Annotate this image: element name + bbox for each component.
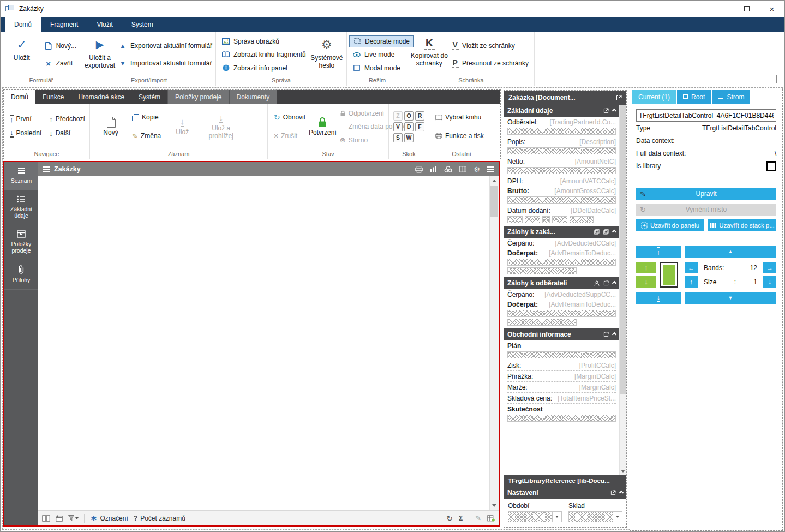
copy-record-button[interactable]: Kopie: [129, 111, 164, 124]
new-button[interactable]: Nový...: [41, 40, 80, 52]
export-form-button[interactable]: ▲ Exportovat aktuální formulář: [115, 40, 215, 52]
section-header-obchodni[interactable]: Obchodní informace: [504, 328, 619, 340]
edit-button[interactable]: ✎ Upravit: [636, 188, 776, 200]
tab-system[interactable]: Systém: [122, 17, 163, 32]
field-input-plan[interactable]: [507, 351, 616, 358]
tab-vlozit[interactable]: Vložit: [87, 17, 122, 32]
tab-fragment[interactable]: Fragment: [41, 17, 87, 32]
section-header-zalohy-odberateli[interactable]: Zálohy k odběrateli: [504, 277, 619, 289]
decorate-mode-button[interactable]: Decorate mode: [349, 35, 414, 47]
section-header-zalohy-zakazce[interactable]: Zálohy k zaká...: [504, 226, 619, 238]
move-down-band-button[interactable]: ▼: [685, 292, 776, 304]
move-to-bottom-button[interactable]: ↓: [636, 292, 681, 304]
scroll-thumb[interactable]: [490, 186, 498, 217]
dock-to-stack-button[interactable]: Uzavřít do stack p...: [708, 219, 776, 231]
modal-mode-button[interactable]: Modal mode: [349, 62, 414, 74]
swap-place-button[interactable]: ↻ Vyměnit místo: [636, 204, 776, 216]
collapse-chevron-icon[interactable]: [612, 230, 616, 234]
form-tab-hromadne-akce[interactable]: Hromadné akce: [71, 90, 131, 104]
external-link-icon[interactable]: [610, 490, 616, 495]
period-combobox[interactable]: [508, 511, 562, 522]
combo-dropdown-button[interactable]: [552, 512, 561, 522]
tab-root[interactable]: Root: [677, 90, 711, 104]
current-cell-indicator[interactable]: [660, 262, 678, 288]
system-password-button[interactable]: ⚙ Systémové heslo: [309, 34, 344, 75]
jump-key-w[interactable]: W: [404, 133, 414, 142]
previous-record-button[interactable]: ↑Předchozí: [46, 112, 88, 125]
close-button[interactable]: ×: [759, 1, 784, 17]
edit-pencil-icon[interactable]: ✎: [475, 514, 481, 522]
export-grid-icon[interactable]: [487, 515, 495, 522]
fragment-book-button[interactable]: Zobrazit knihu fragmentů: [218, 49, 309, 61]
jump-key-d[interactable]: D: [404, 122, 414, 131]
live-mode-button[interactable]: Live mode: [349, 49, 414, 61]
field-input-skutecnost[interactable]: [507, 415, 616, 422]
tab-strom[interactable]: Strom: [712, 90, 750, 104]
chart-icon[interactable]: [430, 166, 437, 172]
bands-decrease-button[interactable]: ←: [685, 262, 698, 273]
image-management-button[interactable]: Správa obrázků: [218, 35, 309, 47]
jump-key-s[interactable]: S: [393, 133, 403, 142]
field-input[interactable]: [507, 259, 616, 266]
collapse-chevron-icon[interactable]: [619, 491, 624, 495]
sidebar-item-zakladni-udaje[interactable]: Základní údaje: [4, 190, 38, 225]
select-book-button[interactable]: Vybrat knihu: [432, 111, 487, 124]
size-increase-button[interactable]: ↓: [763, 276, 776, 288]
collapse-chevron-icon[interactable]: [612, 281, 616, 285]
move-up-band-button[interactable]: ▲: [685, 246, 776, 258]
ribbon-collapse-button[interactable]: [776, 76, 777, 83]
section-header-zakladni[interactable]: Základní údaje: [504, 105, 619, 117]
person-icon[interactable]: [594, 280, 600, 286]
move-to-top-button[interactable]: ↑: [636, 246, 681, 258]
external-link-icon[interactable]: [616, 95, 622, 101]
detail-scroll-down-arrow[interactable]: [621, 470, 625, 473]
external-link-icon[interactable]: [603, 280, 609, 286]
grid-body[interactable]: [38, 176, 499, 510]
jump-key-r[interactable]: R: [415, 111, 424, 121]
detail-scrollbar[interactable]: [619, 105, 626, 475]
maximize-button[interactable]: [734, 1, 759, 17]
next-record-button[interactable]: ↓Další: [46, 127, 88, 140]
card-view-icon[interactable]: [42, 515, 50, 522]
edit-record-button[interactable]: ✎ Změna: [129, 129, 164, 142]
bands-increase-button[interactable]: →: [763, 262, 776, 273]
collapse-chevron-icon[interactable]: [612, 109, 616, 113]
form-tab-domu[interactable]: Domů: [4, 90, 35, 104]
dock-to-panel-button[interactable]: Uzavřít do panelu: [636, 219, 704, 231]
tab-current[interactable]: Current (1): [632, 90, 676, 104]
new-record-button[interactable]: Nový: [93, 105, 129, 148]
functions-print-button[interactable]: Funkce a tisk: [432, 129, 487, 142]
field-input-popis[interactable]: [507, 147, 616, 154]
import-form-button[interactable]: ▼ Importovat aktuální formulář: [115, 57, 215, 69]
field-input[interactable]: [507, 310, 616, 317]
field-input-brutto[interactable]: [507, 196, 616, 204]
cancel-button[interactable]: × Zrušit: [271, 129, 309, 142]
jump-key-o[interactable]: O: [404, 111, 414, 121]
last-record-button[interactable]: ↓Poslední: [7, 127, 45, 140]
columns-icon[interactable]: [459, 166, 466, 172]
section-header-nastaveni[interactable]: Nastavení: [504, 487, 626, 499]
search-binoculars-icon[interactable]: [444, 166, 452, 172]
refresh-grid-icon[interactable]: ↻: [446, 514, 453, 523]
scroll-up-arrow[interactable]: [492, 180, 496, 182]
grid-more-icon[interactable]: [487, 165, 494, 173]
form-tab-polozky-prodeje[interactable]: Položky prodeje: [167, 90, 229, 104]
grid-settings-gear-icon[interactable]: ⚙: [474, 165, 480, 174]
size-decrease-button[interactable]: ↑: [685, 276, 698, 288]
jump-key-v[interactable]: V: [393, 122, 403, 131]
save-record-button[interactable]: ↓ Ulož: [164, 105, 200, 148]
field-input[interactable]: [507, 267, 577, 274]
library-reference-header[interactable]: TFrgtLibraryReference [lib-Docu...: [504, 475, 626, 487]
sidebar-item-prilohy[interactable]: Přílohy: [4, 260, 38, 290]
grid-menu-icon[interactable]: [43, 165, 50, 173]
vertical-scrollbar[interactable]: [489, 176, 499, 510]
external-link-icon[interactable]: [603, 108, 609, 113]
save-and-view-button[interactable]: ↓ Ulož a prohlížej: [200, 105, 242, 148]
form-tab-funkce[interactable]: Funkce: [35, 90, 71, 104]
scroll-down-arrow[interactable]: [492, 504, 496, 507]
field-input[interactable]: [507, 319, 577, 326]
record-count-button[interactable]: ? Počet záznamů: [134, 515, 185, 522]
date-part-inputs[interactable]: [507, 216, 616, 223]
detail-scroll-thumb[interactable]: [620, 105, 626, 394]
tab-domu[interactable]: Domů: [5, 17, 41, 32]
